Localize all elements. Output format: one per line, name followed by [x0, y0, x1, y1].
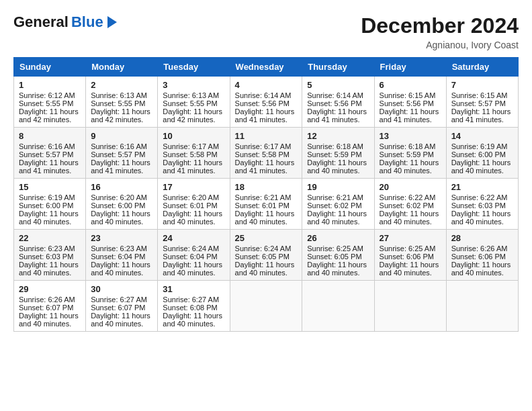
day-number: 4	[235, 80, 298, 90]
sunset-text: Sunset: 5:59 PM	[380, 150, 434, 158]
sunrise-text: Sunrise: 6:23 AM	[91, 244, 147, 253]
sunset-text: Sunset: 6:03 PM	[19, 253, 73, 261]
calendar-week-row: 15Sunrise: 6:19 AMSunset: 6:00 PMDayligh…	[14, 179, 519, 230]
calendar-cell: 20Sunrise: 6:22 AMSunset: 6:02 PMDayligh…	[374, 179, 446, 230]
title-block: December 2024 Agnianou, Ivory Coast	[361, 13, 519, 50]
calendar-cell: 1Sunrise: 6:12 AMSunset: 5:55 PMDaylight…	[14, 77, 86, 128]
sunset-text: Sunset: 6:07 PM	[91, 304, 145, 312]
calendar-header-row: SundayMondayTuesdayWednesdayThursdayFrid…	[14, 58, 519, 77]
daylight-text: Daylight: 11 hours and 41 minutes.	[307, 107, 367, 124]
calendar-day-header: Saturday	[446, 58, 518, 77]
sunrise-text: Sunrise: 6:20 AM	[163, 193, 219, 201]
daylight-text: Daylight: 11 hours and 42 minutes.	[163, 107, 222, 124]
sunrise-text: Sunrise: 6:14 AM	[307, 91, 363, 99]
calendar-cell: 2Sunrise: 6:13 AMSunset: 5:55 PMDaylight…	[86, 77, 158, 128]
calendar-cell: 22Sunrise: 6:23 AMSunset: 6:03 PMDayligh…	[14, 230, 86, 281]
sunset-text: Sunset: 5:58 PM	[235, 150, 290, 158]
day-number: 30	[91, 284, 152, 294]
calendar-day-header: Wednesday	[230, 58, 302, 77]
calendar-cell: 23Sunrise: 6:23 AMSunset: 6:04 PMDayligh…	[86, 230, 158, 281]
day-number: 17	[163, 182, 224, 192]
day-number: 19	[307, 182, 369, 192]
sunrise-text: Sunrise: 6:27 AM	[91, 295, 147, 304]
sunrise-text: Sunrise: 6:18 AM	[307, 142, 363, 150]
sunset-text: Sunset: 6:01 PM	[235, 201, 290, 210]
sunrise-text: Sunrise: 6:22 AM	[451, 193, 508, 201]
calendar-cell: 18Sunrise: 6:21 AMSunset: 6:01 PMDayligh…	[230, 179, 302, 230]
calendar-cell: 15Sunrise: 6:19 AMSunset: 6:00 PMDayligh…	[14, 179, 86, 230]
sunset-text: Sunset: 6:02 PM	[307, 201, 361, 210]
daylight-text: Daylight: 11 hours and 40 minutes.	[91, 210, 150, 226]
daylight-text: Daylight: 11 hours and 40 minutes.	[19, 261, 79, 277]
daylight-text: Daylight: 11 hours and 42 minutes.	[91, 107, 150, 124]
sunrise-text: Sunrise: 6:26 AM	[19, 295, 75, 304]
calendar-cell: 29Sunrise: 6:26 AMSunset: 6:07 PMDayligh…	[14, 281, 86, 332]
day-number: 31	[163, 284, 224, 294]
day-number: 26	[307, 233, 369, 243]
sunrise-text: Sunrise: 6:13 AM	[91, 91, 147, 99]
logo-triangle-icon	[107, 16, 117, 28]
sunset-text: Sunset: 5:56 PM	[307, 99, 361, 107]
calendar-cell: 25Sunrise: 6:24 AMSunset: 6:05 PMDayligh…	[230, 230, 302, 281]
daylight-text: Daylight: 11 hours and 41 minutes.	[380, 107, 439, 124]
day-number: 7	[451, 80, 513, 90]
sunset-text: Sunset: 6:04 PM	[91, 253, 145, 261]
sunset-text: Sunset: 6:05 PM	[307, 253, 361, 261]
daylight-text: Daylight: 11 hours and 40 minutes.	[91, 312, 150, 328]
daylight-text: Daylight: 11 hours and 41 minutes.	[451, 107, 511, 124]
daylight-text: Daylight: 11 hours and 40 minutes.	[163, 261, 222, 277]
sunrise-text: Sunrise: 6:14 AM	[235, 91, 292, 99]
daylight-text: Daylight: 11 hours and 40 minutes.	[307, 261, 367, 277]
calendar-cell: 27Sunrise: 6:25 AMSunset: 6:06 PMDayligh…	[374, 230, 446, 281]
sunrise-text: Sunrise: 6:21 AM	[235, 193, 292, 201]
sunrise-text: Sunrise: 6:15 AM	[451, 91, 508, 99]
daylight-text: Daylight: 11 hours and 41 minutes.	[19, 158, 79, 175]
calendar-cell: 6Sunrise: 6:15 AMSunset: 5:56 PMDaylight…	[374, 77, 446, 128]
sunrise-text: Sunrise: 6:25 AM	[307, 244, 363, 253]
calendar-cell: 13Sunrise: 6:18 AMSunset: 5:59 PMDayligh…	[374, 128, 446, 179]
calendar-cell	[230, 281, 302, 332]
sunset-text: Sunset: 5:57 PM	[19, 150, 73, 158]
sunset-text: Sunset: 5:56 PM	[235, 99, 290, 107]
sunrise-text: Sunrise: 6:21 AM	[307, 193, 363, 201]
daylight-text: Daylight: 11 hours and 42 minutes.	[19, 107, 79, 124]
sunset-text: Sunset: 6:08 PM	[163, 304, 217, 312]
day-number: 24	[163, 233, 224, 243]
calendar-week-row: 8Sunrise: 6:16 AMSunset: 5:57 PMDaylight…	[14, 128, 519, 179]
sunrise-text: Sunrise: 6:17 AM	[163, 142, 219, 150]
sunset-text: Sunset: 6:03 PM	[451, 201, 506, 210]
sunset-text: Sunset: 6:00 PM	[19, 201, 73, 210]
day-number: 25	[235, 233, 298, 243]
sunrise-text: Sunrise: 6:23 AM	[19, 244, 75, 253]
daylight-text: Daylight: 11 hours and 40 minutes.	[451, 210, 511, 226]
daylight-text: Daylight: 11 hours and 41 minutes.	[163, 158, 222, 175]
sunset-text: Sunset: 6:05 PM	[235, 253, 290, 261]
day-number: 20	[380, 182, 441, 192]
daylight-text: Daylight: 11 hours and 41 minutes.	[91, 158, 150, 175]
day-number: 28	[451, 233, 513, 243]
sunrise-text: Sunrise: 6:19 AM	[451, 142, 508, 150]
day-number: 8	[19, 131, 81, 141]
calendar-day-header: Monday	[86, 58, 158, 77]
calendar-day-header: Friday	[374, 58, 446, 77]
daylight-text: Daylight: 11 hours and 40 minutes.	[380, 210, 439, 226]
day-number: 5	[307, 80, 369, 90]
sunset-text: Sunset: 6:00 PM	[91, 201, 145, 210]
sunrise-text: Sunrise: 6:17 AM	[235, 142, 292, 150]
day-number: 3	[163, 80, 224, 90]
sunrise-text: Sunrise: 6:24 AM	[163, 244, 219, 253]
daylight-text: Daylight: 11 hours and 40 minutes.	[91, 261, 150, 277]
sunrise-text: Sunrise: 6:13 AM	[163, 91, 219, 99]
daylight-text: Daylight: 11 hours and 40 minutes.	[451, 158, 511, 175]
sunset-text: Sunset: 6:06 PM	[380, 253, 434, 261]
sunrise-text: Sunrise: 6:24 AM	[235, 244, 292, 253]
daylight-text: Daylight: 11 hours and 40 minutes.	[19, 312, 79, 328]
sunset-text: Sunset: 5:56 PM	[380, 99, 434, 107]
daylight-text: Daylight: 11 hours and 40 minutes.	[163, 210, 222, 226]
logo-blue: Blue	[71, 13, 103, 31]
calendar-day-header: Sunday	[14, 58, 86, 77]
sunset-text: Sunset: 5:55 PM	[19, 99, 73, 107]
daylight-text: Daylight: 11 hours and 40 minutes.	[380, 158, 439, 175]
calendar-cell: 9Sunrise: 6:16 AMSunset: 5:57 PMDaylight…	[86, 128, 158, 179]
day-number: 13	[380, 131, 441, 141]
